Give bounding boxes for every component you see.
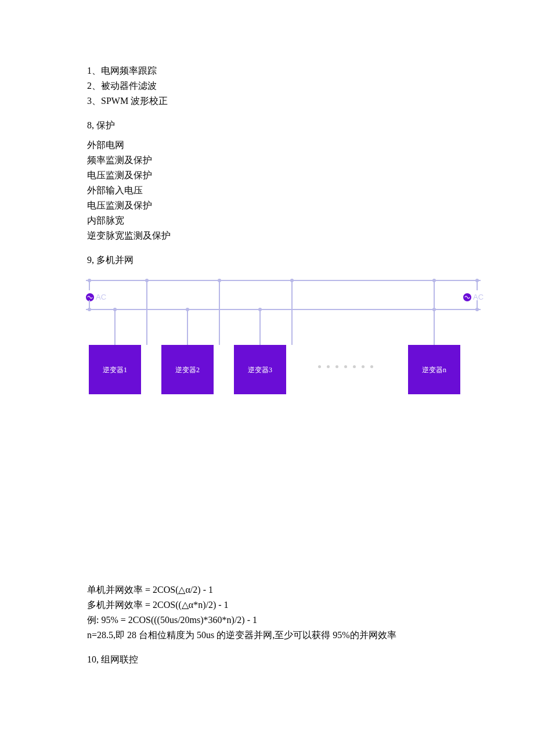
text-line: 内部脉宽 (87, 214, 499, 228)
text-line: 频率监测及保护 (87, 153, 499, 167)
list-item: 1、电网频率跟踪 (87, 64, 499, 78)
ac-icon (463, 293, 471, 301)
section-8-body: 外部电网 频率监测及保护 电压监测及保护 外部输入电压 电压监测及保护 内部脉宽… (87, 138, 499, 243)
text-line: 外部电网 (87, 138, 499, 152)
list-item: 2、被动器件滤波 (87, 79, 499, 93)
text-line: 外部输入电压 (87, 183, 499, 197)
inverter-1: 逆变器1 (89, 345, 141, 394)
inverter-2: 逆变器2 (161, 345, 214, 394)
bus-bottom (86, 309, 481, 310)
formula-line: 多机并网效率 = 2COS((△α*n)/2) - 1 (87, 598, 499, 612)
ac-label: AC (96, 291, 106, 303)
formula-line: 单机并网效率 = 2COS(△α/2) - 1 (87, 583, 499, 597)
inverter-3: 逆变器3 (234, 345, 286, 394)
text-line: 电压监测及保护 (87, 199, 499, 213)
inverter-n: 逆变器n (408, 345, 460, 394)
formula-line: 例: 95% = 2COS(((50us/20ms)*360*n)/2) - 1 (87, 613, 499, 627)
ac-label: AC (473, 291, 484, 303)
ac-source-right: AC (463, 291, 484, 303)
text-line: 电压监测及保护 (87, 168, 499, 182)
text-line: 逆变脉宽监测及保护 (87, 229, 499, 243)
list-item: 3、SPWM 波形校正 (87, 94, 499, 108)
section-8-heading: 8, 保护 (87, 118, 499, 132)
section-9-formulas: 单机并网效率 = 2COS(△α/2) - 1 多机并网效率 = 2COS((△… (87, 583, 499, 642)
multi-inverter-diagram: AC AC 逆变器1 逆变器2 逆变器3 逆变器n (86, 275, 481, 403)
section-9-heading: 9, 多机并网 (87, 253, 499, 267)
ac-icon (86, 293, 94, 301)
ellipsis-dots (318, 365, 373, 368)
section-10-heading: 10, 组网联控 (87, 653, 499, 667)
numbered-list-7-items: 1、电网频率跟踪 2、被动器件滤波 3、SPWM 波形校正 (87, 64, 499, 108)
formula-line: n=28.5,即 28 台相位精度为 50us 的逆变器并网,至少可以获得 95… (87, 628, 499, 642)
